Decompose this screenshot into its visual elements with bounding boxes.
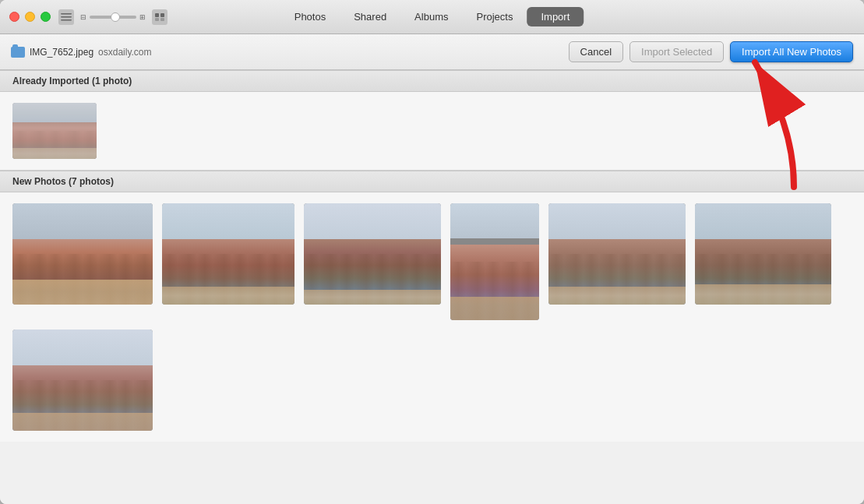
new-photo-2[interactable] [162, 203, 294, 305]
source-info: IMG_7652.jpeg osxdaily.com [11, 47, 561, 58]
tab-projects[interactable]: Projects [462, 7, 527, 26]
already-imported-photo-1[interactable] [12, 103, 97, 159]
source-url: osxdaily.com [98, 47, 151, 58]
svg-rect-6 [160, 18, 164, 21]
new-photos-header: New Photos (7 photos) [0, 171, 864, 192]
window-controls: ⊟ ⊞ [58, 9, 168, 25]
tab-photos[interactable]: Photos [280, 7, 340, 26]
new-photo-7[interactable] [12, 330, 153, 431]
new-photos-content [0, 192, 864, 442]
tab-shared[interactable]: Shared [340, 7, 400, 26]
main-window: ⊟ ⊞ Photos Shared Albums Projects [0, 0, 864, 504]
maximize-button[interactable] [41, 12, 51, 22]
minimize-button[interactable] [25, 12, 35, 22]
svg-rect-4 [160, 13, 164, 17]
tab-import[interactable]: Import [527, 7, 584, 26]
content-area: Already Imported (1 photo) New Photos (7… [0, 70, 864, 504]
new-photo-1[interactable] [12, 203, 153, 305]
toolbar: IMG_7652.jpeg osxdaily.com Cancel Import… [0, 34, 864, 70]
zoom-min-icon: ⊟ [80, 13, 86, 21]
new-photos-grid [12, 203, 852, 431]
imported-overlay [12, 103, 97, 159]
already-imported-grid [12, 103, 852, 159]
toolbar-buttons: Cancel Import Selected Import All New Ph… [569, 41, 853, 62]
view-toggle-icon[interactable] [152, 9, 168, 25]
svg-rect-3 [155, 13, 159, 17]
svg-rect-1 [61, 16, 72, 18]
folder-icon [11, 47, 25, 58]
source-filename: IMG_7652.jpeg [30, 47, 93, 58]
new-photo-5[interactable] [548, 203, 686, 305]
svg-rect-2 [61, 19, 72, 21]
zoom-max-icon: ⊞ [139, 13, 146, 21]
new-photo-6[interactable] [695, 203, 831, 305]
import-all-button[interactable]: Import All New Photos [730, 41, 853, 62]
import-selected-button[interactable]: Import Selected [629, 41, 724, 62]
tab-albums[interactable]: Albums [400, 7, 462, 26]
new-photo-4[interactable] [450, 203, 539, 320]
sidebar-toggle-icon[interactable] [58, 9, 74, 25]
svg-rect-5 [155, 18, 159, 21]
already-imported-header: Already Imported (1 photo) [0, 70, 864, 92]
cancel-button[interactable]: Cancel [569, 41, 623, 62]
already-imported-content [0, 92, 864, 170]
new-photo-3[interactable] [304, 203, 441, 305]
close-button[interactable] [9, 12, 19, 22]
zoom-slider[interactable]: ⊟ ⊞ [80, 13, 146, 21]
svg-rect-0 [61, 13, 72, 15]
traffic-lights [9, 12, 51, 22]
title-bar: ⊟ ⊞ Photos Shared Albums Projects [0, 0, 864, 34]
nav-tabs: Photos Shared Albums Projects Import [280, 7, 584, 26]
